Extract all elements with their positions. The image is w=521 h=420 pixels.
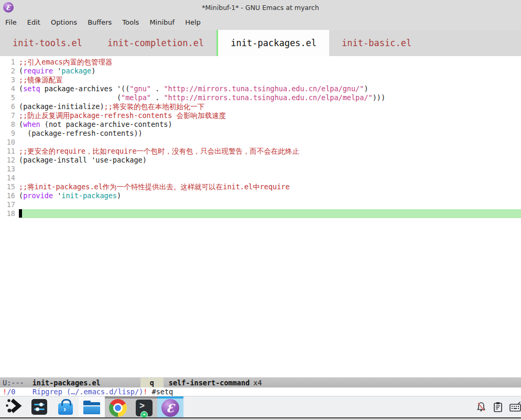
- editor-buffer[interactable]: 1;;引入emacs内置的包管理器2(require 'package)3;;镜…: [0, 56, 521, 377]
- code-line-9[interactable]: 9 (package-refresh-contents)): [0, 129, 521, 138]
- menu-edit[interactable]: Edit: [22, 15, 46, 30]
- line-number: 14: [0, 174, 15, 182]
- code-line-1[interactable]: 1;;引入emacs内置的包管理器: [0, 58, 521, 67]
- code-line-17[interactable]: 17: [0, 200, 521, 209]
- line-number: 6: [0, 102, 15, 111]
- menu-file[interactable]: File: [0, 15, 22, 30]
- line-number: 3: [0, 76, 15, 84]
- menu-buffers[interactable]: Buffers: [82, 15, 117, 30]
- emacs-window: Ɛ *Minibuf-1* - GNU Emacs at myarch File…: [0, 0, 521, 420]
- menu-help[interactable]: Help: [180, 15, 206, 30]
- notifications-muted-icon[interactable]: [476, 402, 486, 412]
- mode-line[interactable]: U:--- init-packages.el q self-insert-com…: [0, 377, 521, 387]
- tab-init-tools.el[interactable]: init-tools.el: [0, 30, 95, 56]
- line-number: 17: [0, 200, 15, 209]
- code-line-16[interactable]: 16(provide 'init-packages): [0, 191, 521, 200]
- line-number: 8: [0, 120, 15, 129]
- code-line-6[interactable]: 6(package-initialize);;将安装的包在本地初始化一下: [0, 102, 521, 111]
- keycast-command-name: self-insert-command: [169, 379, 249, 387]
- tab-init-completion.el[interactable]: init-completion.el: [95, 30, 216, 56]
- line-number: 9: [0, 129, 15, 138]
- minibuffer[interactable]: !/0 Ripgrep (…/.emacs.d/lisp/)! #setq: [0, 387, 521, 396]
- emacs-icon: Ɛ: [161, 399, 179, 417]
- keycast-repeat-count: x4: [253, 379, 262, 387]
- terminal-icon: > +: [136, 400, 153, 416]
- file-manager-task-button[interactable]: [79, 396, 105, 417]
- line-number: 16: [0, 191, 15, 200]
- menu-minibuf[interactable]: Minibuf: [144, 15, 180, 30]
- menu-bar: FileEditOptionsBuffersToolsMinibufHelp: [0, 15, 521, 30]
- line-number: 13: [0, 165, 15, 174]
- keycast-key-badge: q: [140, 378, 164, 387]
- code-line-2[interactable]: 2(require 'package): [0, 67, 521, 76]
- code-line-14[interactable]: 14: [0, 174, 521, 182]
- discover-bag-icon: ›: [58, 403, 73, 415]
- modeline-buffer-name[interactable]: init-packages.el: [32, 379, 101, 387]
- code-line-18[interactable]: 18: [0, 209, 521, 218]
- emacs-task-button[interactable]: Ɛ: [157, 396, 183, 417]
- line-number: 2: [0, 67, 15, 76]
- modeline-coding-indicator: U:---: [3, 379, 24, 387]
- line-number: 15: [0, 182, 15, 191]
- discover-store-button[interactable]: ›: [52, 396, 79, 417]
- konsole-task-button[interactable]: > +: [131, 396, 157, 417]
- clipboard-icon[interactable]: [493, 402, 503, 412]
- tab-bar: init-tools.elinit-completion.elinit-pack…: [0, 30, 521, 56]
- taskbar: › > + Ɛ: [0, 396, 521, 420]
- system-settings-icon: [31, 399, 47, 415]
- tab-init-basic.el[interactable]: init-basic.el: [329, 30, 424, 56]
- code-line-13[interactable]: 13: [0, 165, 521, 174]
- folder-icon: [83, 401, 100, 414]
- app-launcher-button[interactable]: [0, 396, 26, 417]
- line-number: 11: [0, 147, 15, 156]
- line-number: 1: [0, 58, 15, 67]
- line-number: 18: [0, 209, 15, 218]
- tab-init-packages.el[interactable]: init-packages.el: [218, 30, 329, 56]
- line-number: 12: [0, 156, 15, 165]
- code-line-12[interactable]: 12(package-install 'use-package): [0, 156, 521, 165]
- line-number: 10: [0, 138, 15, 147]
- code-line-15[interactable]: 15;;将init-packages.el作为一个特性提供出去。这样就可以在in…: [0, 182, 521, 191]
- text-cursor: [19, 209, 22, 218]
- code-line-4[interactable]: 4(setq package-archives '(("gnu" . "http…: [0, 84, 521, 93]
- title-bar: Ɛ *Minibuf-1* - GNU Emacs at myarch: [0, 0, 521, 15]
- menu-tools[interactable]: Tools: [117, 15, 144, 30]
- line-number: 4: [0, 84, 15, 93]
- line-number: 5: [0, 93, 15, 102]
- kickoff-launcher-icon: [4, 397, 22, 417]
- new-badge-icon: +: [140, 411, 148, 417]
- virtual-keyboard-icon[interactable]: [509, 402, 521, 412]
- chrome-icon: [109, 399, 127, 417]
- code-line-11[interactable]: 11;;更安全的require，比如require一个包时，没有包，只会出现警告…: [0, 147, 521, 156]
- line-number: 7: [0, 111, 15, 120]
- window-title: *Minibuf-1* - GNU Emacs at myarch: [0, 4, 521, 12]
- code-line-5[interactable]: 5 ("melpa" . "http://mirrors.tuna.tsingh…: [0, 93, 521, 102]
- chrome-task-button[interactable]: [105, 396, 131, 417]
- menu-options[interactable]: Options: [46, 15, 82, 30]
- code-line-8[interactable]: 8(when (not package-archive-contents): [0, 120, 521, 129]
- system-settings-button[interactable]: [26, 396, 52, 417]
- code-line-3[interactable]: 3;;镜像源配置: [0, 76, 521, 84]
- code-line-10[interactable]: 10: [0, 138, 521, 147]
- code-line-7[interactable]: 7;;防止反复调用package-refresh-contents 会影响加载速…: [0, 111, 521, 120]
